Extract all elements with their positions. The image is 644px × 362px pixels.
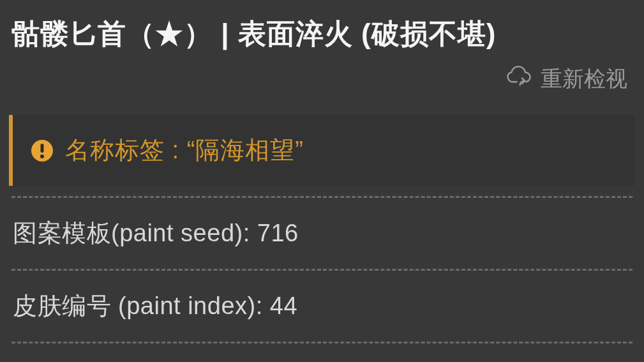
refresh-label: 重新检视 bbox=[541, 64, 627, 94]
nametag-text: 名称标签 : “隔海相望” bbox=[65, 134, 304, 167]
paint-index-row: 皮肤编号 (paint index): 44 bbox=[11, 271, 633, 342]
cloud-refresh-icon bbox=[506, 64, 532, 94]
nametag-prefix: 名称标签 : bbox=[65, 137, 179, 163]
divider bbox=[11, 342, 633, 343]
paint-seed-label: 图案模板(paint seed): bbox=[13, 220, 250, 246]
paint-index-label: 皮肤编号 (paint index): bbox=[13, 292, 263, 319]
nametag-value: “隔海相望” bbox=[187, 137, 304, 163]
nametag-banner: 名称标签 : “隔海相望” bbox=[9, 115, 635, 186]
svg-rect-1 bbox=[41, 144, 44, 153]
svg-point-2 bbox=[40, 155, 44, 158]
refresh-button[interactable]: 重新检视 bbox=[506, 64, 627, 94]
paint-seed-row: 图案模板(paint seed): 716 bbox=[11, 198, 633, 269]
paint-seed-value: 716 bbox=[257, 220, 299, 246]
item-title: 骷髅匕首（★） | 表面淬火 (破损不堪) bbox=[11, 13, 633, 55]
alert-icon bbox=[31, 139, 54, 162]
paint-index-value: 44 bbox=[270, 292, 297, 319]
